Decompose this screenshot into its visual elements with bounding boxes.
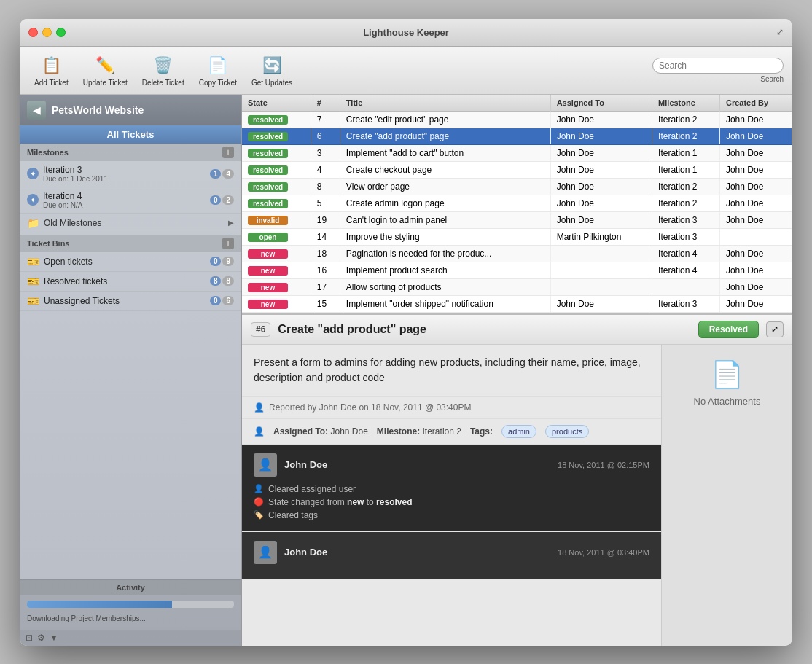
number-cell: 17 [311, 278, 340, 295]
tag-products[interactable]: products [545, 425, 589, 438]
add-milestone-button[interactable]: + [222, 147, 234, 158]
table-row[interactable]: resolved7Create "edit product" pageJohn … [242, 111, 792, 128]
milestone-icon: ✦ [27, 194, 39, 206]
window-title: Lighthouse Keeper [363, 27, 449, 38]
milestone-cell: Iteration 1 [652, 144, 720, 161]
assigned-cell: John Doe [550, 144, 652, 161]
milestone-label: Milestone: Iteration 2 [377, 426, 461, 437]
tickets-list: State # Title Assigned To Milestone Crea… [242, 95, 792, 313]
bin-open-tickets[interactable]: 🎫 Open tickets 0 9 [20, 252, 241, 272]
ticket-bins-header: Ticket Bins + [20, 235, 241, 252]
number-cell: 18 [311, 245, 340, 262]
tag-admin[interactable]: admin [501, 425, 536, 438]
table-row[interactable]: resolved5Create admin logon pageJohn Doe… [242, 195, 792, 211]
comment-block-1: 👤 John Doe 18 Nov, 2011 @ 02:15PM 👤 Clea… [242, 445, 661, 531]
state-cell: resolved [242, 128, 311, 144]
gear-icon[interactable]: ⚙ [37, 633, 45, 643]
created-cell: John Doe [719, 128, 792, 144]
activity-label: Activity [20, 580, 241, 595]
state-cell: resolved [242, 144, 311, 161]
resolved-button[interactable]: Resolved [698, 321, 759, 338]
table-row[interactable]: new16Implement product searchIteration 4… [242, 262, 792, 278]
back-button[interactable]: ◀ [27, 101, 46, 120]
milestones-header: Milestones + [20, 144, 241, 161]
state-badge: resolved [248, 115, 288, 125]
expand-icon[interactable]: ⤢ [776, 27, 784, 37]
get-updates-icon: 🔄 [260, 54, 284, 77]
add-ticket-button[interactable]: 📋 Add Ticket [28, 51, 74, 90]
delete-ticket-label: Delete Ticket [142, 79, 184, 87]
milestone-name: Iteration 4 [43, 191, 206, 201]
add-bin-button[interactable]: + [222, 238, 234, 249]
milestone-iteration4[interactable]: ✦ Iteration 4 Due on: N/A 0 2 [20, 187, 241, 214]
attachments-panel: 📄 No Attachments [661, 345, 792, 646]
title-cell: Implement "order shipped" notification [340, 295, 550, 312]
bin-resolved-badge: 9 [222, 257, 234, 266]
comment-text-3: Cleared tags [268, 510, 318, 520]
bin-resolved-tickets[interactable]: 🎫 Resolved tickets 8 8 [20, 272, 241, 292]
copy-ticket-button[interactable]: 📄 Copy Ticket [193, 51, 243, 90]
table-row[interactable]: open14Improve the stylingMartin Pilkingt… [242, 228, 792, 245]
assigned-cell: John Doe [550, 111, 652, 128]
bin-icon: 🎫 [27, 295, 39, 307]
state-badge: new [248, 249, 288, 259]
col-state: State [242, 95, 311, 112]
number-cell: 4 [311, 161, 340, 178]
title-cell: Allow sorting of products [340, 278, 550, 295]
table-row[interactable]: resolved4Create checkout pageJohn DoeIte… [242, 161, 792, 178]
table-row[interactable]: new15Implement "order shipped" notificat… [242, 295, 792, 312]
created-cell: John Doe [719, 211, 792, 228]
state-cell: new [242, 278, 311, 295]
table-row[interactable]: resolved3Implement "add to cart" buttonJ… [242, 144, 792, 161]
table-row[interactable]: resolved8View order pageJohn DoeIteratio… [242, 178, 792, 195]
update-ticket-button[interactable]: ✏️ Update Ticket [77, 51, 133, 90]
titlebar: Lighthouse Keeper ⤢ [20, 19, 792, 47]
bin-label: Resolved tickets [44, 276, 206, 286]
milestone-iteration3[interactable]: ✦ Iteration 3 Due on: 1 Dec 2011 1 4 [20, 161, 241, 187]
chevron-down-icon[interactable]: ▼ [50, 633, 58, 643]
detail-header: #6 Create "add product" page Resolved ⤢ [242, 315, 792, 345]
copy-ticket-icon: 📄 [206, 54, 230, 77]
sidebar-icon-1[interactable]: ⊡ [26, 633, 33, 643]
ticket-number-badge: #6 [251, 322, 270, 337]
table-row[interactable]: resolved6Create "add product" pageJohn D… [242, 128, 792, 144]
table-row[interactable]: new18Pagination is needed for the produc… [242, 245, 792, 262]
search-label: Search [760, 75, 784, 83]
get-updates-button[interactable]: 🔄 Get Updates [246, 51, 298, 90]
minimize-button[interactable] [42, 28, 52, 37]
number-cell: 5 [311, 195, 340, 211]
state-badge: resolved [248, 132, 288, 141]
milestone-open-badge: 1 [210, 169, 222, 179]
detail-body: Present a form to admins for adding new … [242, 345, 792, 646]
comment-line-1: 👤 Cleared assigned user [254, 483, 649, 496]
number-cell: 8 [311, 178, 340, 195]
search-input[interactable] [652, 58, 784, 74]
comment-time: 18 Nov, 2011 @ 02:15PM [558, 461, 649, 469]
old-milestones-link[interactable]: 📁 Old Milestones ▶ [20, 214, 241, 233]
comment-line-2: 🔴 State changed from new to resolved [254, 496, 649, 509]
expand-detail-button[interactable]: ⤢ [766, 321, 784, 337]
assigned-cell: John Doe [550, 195, 652, 211]
delete-ticket-button[interactable]: 🗑️ Delete Ticket [136, 51, 190, 90]
fullscreen-button[interactable] [56, 28, 66, 37]
milestone-open-badge: 0 [210, 195, 222, 205]
created-cell [719, 228, 792, 245]
col-created: Created By [719, 95, 792, 112]
state-badge: resolved [248, 165, 288, 175]
title-cell: Create admin logon page [340, 195, 550, 211]
bin-unassigned-tickets[interactable]: 🎫 Unassigned Tickets 0 6 [20, 292, 241, 311]
assigned-cell: John Doe [550, 211, 652, 228]
created-cell: John Doe [719, 144, 792, 161]
all-tickets-link[interactable]: All Tickets [20, 125, 241, 144]
detail-main: Present a form to admins for adding new … [242, 345, 661, 646]
table-row[interactable]: new17Allow sorting of productsJohn Doe [242, 278, 792, 295]
milestone-cell: Iteration 2 [652, 128, 720, 144]
update-ticket-label: Update Ticket [83, 79, 128, 87]
table-row[interactable]: invalid19Can't login to admin panelJohn … [242, 211, 792, 228]
state-badge: new [248, 266, 288, 276]
add-ticket-label: Add Ticket [34, 79, 69, 87]
close-button[interactable] [28, 28, 38, 37]
milestone-due: Due on: 1 Dec 2011 [43, 175, 206, 183]
created-cell: John Doe [719, 262, 792, 278]
number-cell: 19 [311, 211, 340, 228]
